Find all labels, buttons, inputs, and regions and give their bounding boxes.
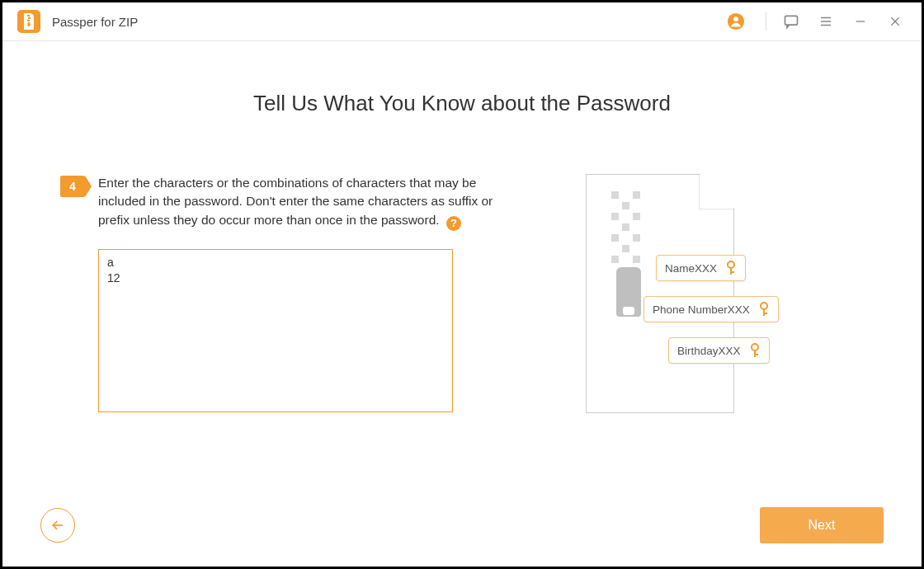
footer: Next bbox=[2, 484, 922, 567]
titlebar-divider bbox=[766, 12, 766, 31]
svg-rect-6 bbox=[785, 16, 798, 25]
step-number-badge: 4 bbox=[60, 176, 85, 197]
svg-point-5 bbox=[733, 16, 738, 21]
back-button[interactable] bbox=[40, 508, 75, 543]
hint-chip-label: BirthdayXXX bbox=[677, 345, 741, 357]
account-icon[interactable] bbox=[726, 12, 746, 31]
svg-rect-0 bbox=[27, 15, 30, 16]
svg-rect-1 bbox=[28, 17, 31, 19]
next-button[interactable]: Next bbox=[760, 507, 884, 543]
content-area: Tell Us What You Know about the Password… bbox=[2, 41, 922, 567]
menu-icon[interactable] bbox=[816, 12, 836, 31]
key-icon bbox=[725, 261, 737, 275]
close-button[interactable] bbox=[885, 12, 905, 31]
hint-chip-phone: Phone NumberXXX bbox=[644, 296, 779, 322]
hint-chip-label: NameXXX bbox=[665, 262, 717, 275]
svg-rect-3 bbox=[28, 22, 31, 26]
key-icon bbox=[749, 343, 761, 358]
hint-chip-birthday: BirthdayXXX bbox=[668, 337, 770, 364]
titlebar: Passper for ZIP bbox=[2, 2, 922, 41]
svg-point-19 bbox=[752, 344, 758, 350]
page-heading: Tell Us What You Know about the Password bbox=[60, 91, 864, 116]
illustration: NameXXX Phone NumberXXX BirthdayXXX bbox=[569, 174, 800, 421]
app-title: Passper for ZIP bbox=[52, 15, 138, 29]
hint-chip-label: Phone NumberXXX bbox=[653, 303, 750, 316]
minimize-button[interactable] bbox=[851, 12, 870, 31]
svg-point-16 bbox=[761, 303, 767, 309]
key-icon bbox=[758, 302, 770, 317]
step-instruction: Enter the characters or the combinations… bbox=[98, 174, 506, 231]
zipper-pull-graphic bbox=[623, 307, 634, 315]
svg-point-13 bbox=[728, 261, 734, 268]
step-instruction-text: Enter the characters or the combinations… bbox=[98, 176, 493, 227]
feedback-icon[interactable] bbox=[781, 12, 801, 31]
hint-chip-name: NameXXX bbox=[656, 255, 746, 281]
help-icon[interactable]: ? bbox=[446, 216, 461, 231]
zip-stripes bbox=[611, 191, 644, 266]
svg-rect-2 bbox=[27, 20, 30, 21]
app-icon bbox=[17, 10, 40, 33]
document-graphic bbox=[586, 174, 734, 413]
characters-input[interactable] bbox=[98, 249, 453, 412]
